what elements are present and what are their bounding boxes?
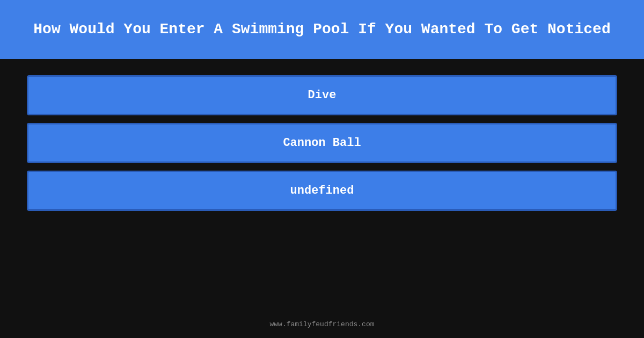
answers-container: Dive Cannon Ball undefined xyxy=(0,64,644,222)
header-banner: How Would You Enter A Swimming Pool If Y… xyxy=(0,0,644,59)
answer-button-1[interactable]: Dive xyxy=(27,75,617,115)
answer-button-3[interactable]: undefined xyxy=(27,171,617,211)
answer-button-2[interactable]: Cannon Ball xyxy=(27,123,617,163)
question-text: How Would You Enter A Swimming Pool If Y… xyxy=(33,20,610,39)
footer-url: www.familyfeudfriends.com xyxy=(269,320,374,328)
